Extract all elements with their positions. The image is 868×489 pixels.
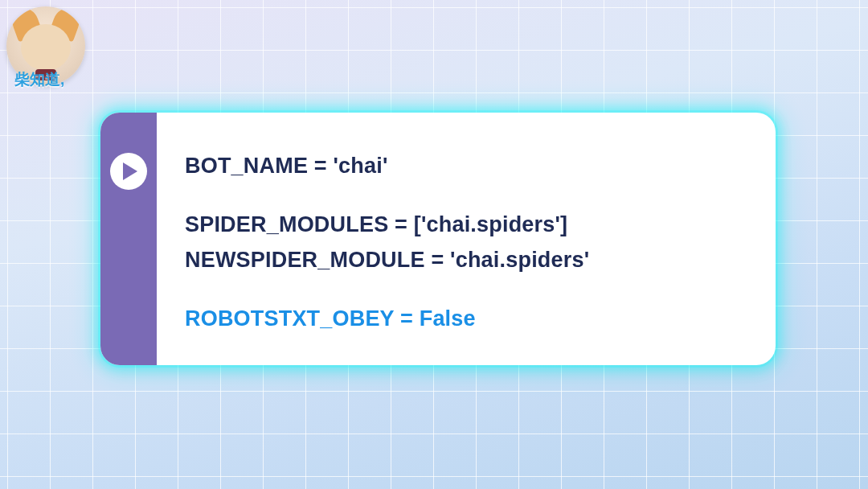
code-line-spider-modules: SPIDER_MODULES = ['chai.spiders']	[185, 208, 751, 241]
code-block: BOT_NAME = 'chai' SPIDER_MODULES = ['cha…	[185, 150, 751, 338]
card-accent-bar	[100, 113, 157, 365]
code-line-bot-name: BOT_NAME = 'chai'	[185, 150, 751, 183]
avatar-label: 柴知道,	[14, 69, 64, 90]
code-card: BOT_NAME = 'chai' SPIDER_MODULES = ['cha…	[100, 113, 776, 365]
code-line-newspider-module: NEWSPIDER_MODULE = 'chai.spiders'	[185, 244, 751, 277]
channel-avatar: 柴知道,	[6, 6, 85, 85]
play-icon	[123, 162, 137, 180]
code-line-robotstxt-obey: ROBOTSTXT_OBEY = False	[185, 302, 751, 335]
play-button[interactable]	[110, 153, 147, 190]
